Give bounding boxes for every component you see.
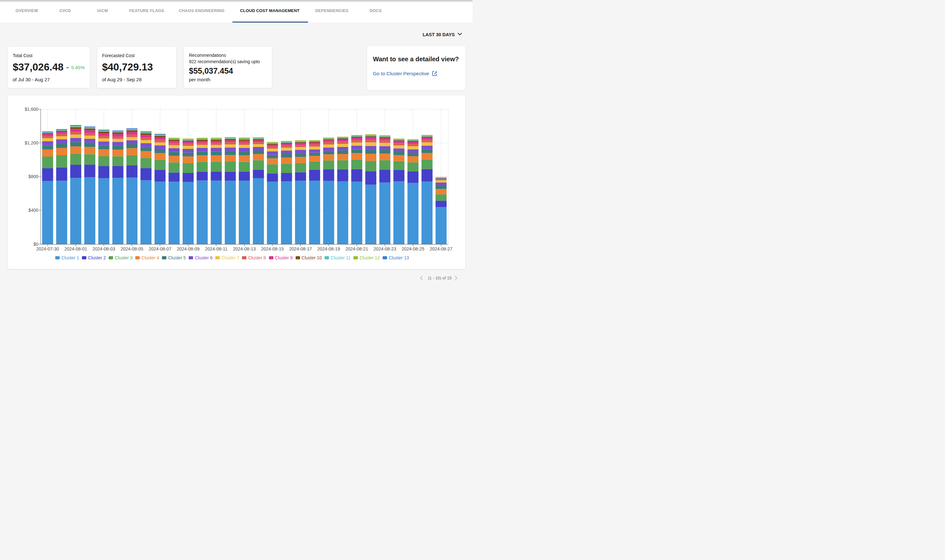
svg-text:2024-08-09: 2024-08-09	[177, 246, 200, 251]
svg-text:2024-08-15: 2024-08-15	[261, 246, 284, 251]
svg-text:$800: $800	[28, 174, 38, 179]
svg-text:2024-08-27: 2024-08-27	[429, 246, 452, 251]
svg-text:2024-08-01: 2024-08-01	[65, 246, 87, 251]
svg-text:$1,200: $1,200	[25, 140, 38, 145]
svg-text:$1,600: $1,600	[25, 107, 38, 112]
svg-text:$0: $0	[33, 242, 38, 247]
svg-text:2024-08-07: 2024-08-07	[149, 246, 171, 251]
svg-text:2024-08-13: 2024-08-13	[233, 246, 256, 251]
svg-text:2024-08-25: 2024-08-25	[402, 246, 425, 251]
svg-text:2024-08-17: 2024-08-17	[289, 246, 312, 251]
svg-text:2024-08-21: 2024-08-21	[345, 246, 368, 251]
svg-text:2024-08-19: 2024-08-19	[317, 246, 340, 251]
svg-text:2024-07-30: 2024-07-30	[36, 246, 59, 251]
svg-text:2024-08-03: 2024-08-03	[92, 246, 115, 251]
svg-text:$400: $400	[28, 208, 38, 213]
svg-text:2024-08-23: 2024-08-23	[373, 246, 396, 251]
svg-text:2024-08-11: 2024-08-11	[205, 246, 228, 251]
svg-text:2024-08-05: 2024-08-05	[121, 246, 143, 251]
